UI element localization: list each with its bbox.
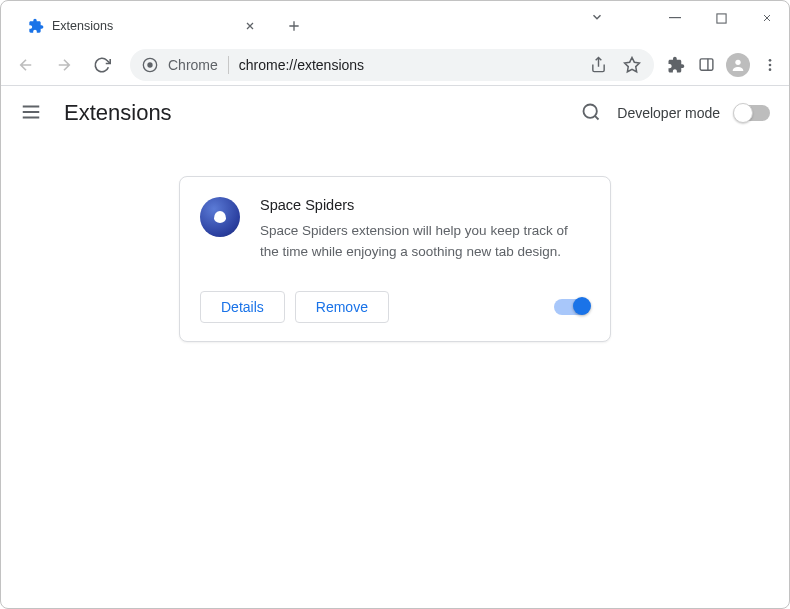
page-content: Extensions Developer mode Space Spiders … <box>0 86 790 609</box>
svg-point-6 <box>735 59 740 64</box>
omnibox-chip: Chrome <box>168 57 218 73</box>
extension-app-icon <box>200 197 240 237</box>
svg-point-8 <box>769 63 772 66</box>
tab-search-button[interactable] <box>590 10 604 28</box>
extension-card: Space Spiders Space Spiders extension wi… <box>179 176 611 342</box>
svg-point-3 <box>147 62 152 67</box>
share-icon[interactable] <box>588 55 608 75</box>
extension-enable-toggle[interactable] <box>554 299 590 315</box>
new-tab-button[interactable] <box>280 12 308 40</box>
reload-button[interactable] <box>86 49 118 81</box>
tab-title: Extensions <box>52 19 234 33</box>
extensions-button[interactable] <box>666 55 686 75</box>
extension-icon <box>28 18 44 34</box>
profile-button[interactable] <box>726 53 750 77</box>
svg-point-7 <box>769 59 772 62</box>
menu-button[interactable] <box>760 55 780 75</box>
svg-rect-1 <box>716 13 725 22</box>
window-titlebar: Extensions <box>0 0 790 44</box>
svg-rect-0 <box>669 17 681 18</box>
close-tab-button[interactable] <box>242 18 258 34</box>
close-window-button[interactable] <box>744 0 790 36</box>
browser-toolbar: Chrome chrome://extensions <box>0 44 790 86</box>
extension-name: Space Spiders <box>260 197 590 213</box>
page-title: Extensions <box>64 100 172 126</box>
minimize-button[interactable] <box>652 0 698 36</box>
extension-description: Space Spiders extension will help you ke… <box>260 221 590 263</box>
side-panel-button[interactable] <box>696 55 716 75</box>
forward-button <box>48 49 80 81</box>
page-header: Extensions Developer mode <box>0 86 790 140</box>
details-button[interactable]: Details <box>200 291 285 323</box>
bookmark-icon[interactable] <box>622 55 642 75</box>
chrome-icon <box>142 57 158 73</box>
maximize-button[interactable] <box>698 0 744 36</box>
url-text: chrome://extensions <box>239 57 364 73</box>
developer-mode-toggle[interactable] <box>734 105 770 121</box>
remove-button[interactable]: Remove <box>295 291 389 323</box>
back-button <box>10 49 42 81</box>
menu-icon[interactable] <box>20 101 44 125</box>
browser-tab[interactable]: Extensions <box>14 8 270 44</box>
svg-point-9 <box>769 68 772 71</box>
developer-mode-label: Developer mode <box>617 105 720 121</box>
svg-rect-4 <box>700 59 713 70</box>
svg-point-13 <box>584 105 597 118</box>
address-bar[interactable]: Chrome chrome://extensions <box>130 49 654 81</box>
search-icon[interactable] <box>581 102 603 124</box>
svg-line-14 <box>595 116 599 120</box>
